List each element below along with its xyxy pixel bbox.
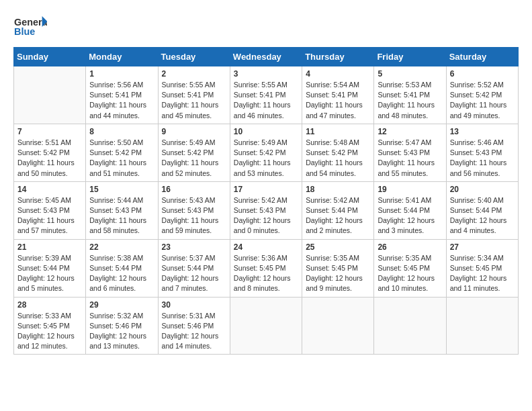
- daylight: Daylight: 11 hours and 50 minutes.: [17, 158, 75, 177]
- daylight: Daylight: 12 hours and 11 minutes.: [450, 274, 507, 292]
- cell-info: Sunrise: 5:52 AM Sunset: 5:42 PM Dayligh…: [450, 80, 515, 121]
- calendar-cell: 22 Sunrise: 5:38 AM Sunset: 5:44 PM Dayl…: [86, 239, 158, 297]
- calendar-cell: 2 Sunrise: 5:55 AM Sunset: 5:41 PM Dayli…: [158, 66, 230, 124]
- cell-info: Sunrise: 5:46 AM Sunset: 5:43 PM Dayligh…: [450, 138, 515, 179]
- calendar-cell: 8 Sunrise: 5:50 AM Sunset: 5:42 PM Dayli…: [86, 124, 158, 181]
- daylight: Daylight: 11 hours and 46 minutes.: [234, 101, 291, 119]
- sunrise: Sunrise: 5:49 AM: [234, 138, 287, 146]
- week-row-1: 7 Sunrise: 5:51 AM Sunset: 5:42 PM Dayli…: [14, 124, 519, 181]
- calendar-cell: 11 Sunrise: 5:48 AM Sunset: 5:42 PM Dayl…: [302, 124, 374, 181]
- day-number: 3: [234, 69, 298, 79]
- sunrise: Sunrise: 5:35 AM: [306, 254, 359, 262]
- daylight: Daylight: 11 hours and 54 minutes.: [306, 158, 363, 177]
- weekday-header-wednesday: Wednesday: [230, 48, 302, 66]
- week-row-0: 1 Sunrise: 5:56 AM Sunset: 5:41 PM Dayli…: [14, 66, 519, 124]
- day-number: 1: [89, 69, 154, 79]
- weekday-header-monday: Monday: [86, 48, 158, 66]
- day-number: 10: [234, 127, 298, 136]
- calendar-cell: 17 Sunrise: 5:42 AM Sunset: 5:43 PM Dayl…: [230, 181, 302, 239]
- sunset: Sunset: 5:43 PM: [162, 206, 214, 214]
- sunrise: Sunrise: 5:51 AM: [17, 138, 71, 146]
- daylight: Daylight: 11 hours and 58 minutes.: [89, 216, 146, 234]
- daylight: Daylight: 12 hours and 13 minutes.: [89, 332, 146, 350]
- cell-info: Sunrise: 5:53 AM Sunset: 5:41 PM Dayligh…: [378, 80, 442, 121]
- sunrise: Sunrise: 5:54 AM: [306, 81, 359, 89]
- sunset: Sunset: 5:42 PM: [89, 148, 142, 156]
- sunset: Sunset: 5:43 PM: [89, 206, 142, 214]
- daylight: Daylight: 12 hours and 2 minutes.: [306, 216, 363, 234]
- cell-info: Sunrise: 5:56 AM Sunset: 5:41 PM Dayligh…: [89, 80, 154, 121]
- sunset: Sunset: 5:45 PM: [378, 264, 430, 272]
- page-header: General Blue: [13, 13, 519, 40]
- daylight: Daylight: 12 hours and 12 minutes.: [17, 332, 75, 350]
- calendar-cell: 3 Sunrise: 5:55 AM Sunset: 5:41 PM Dayli…: [230, 66, 302, 124]
- sunrise: Sunrise: 5:41 AM: [378, 196, 431, 204]
- daylight: Daylight: 11 hours and 44 minutes.: [89, 101, 146, 119]
- cell-info: Sunrise: 5:55 AM Sunset: 5:41 PM Dayligh…: [234, 80, 298, 121]
- weekday-header-tuesday: Tuesday: [158, 48, 230, 66]
- sunset: Sunset: 5:43 PM: [17, 206, 70, 214]
- logo: General Blue: [13, 13, 47, 40]
- cell-info: Sunrise: 5:33 AM Sunset: 5:45 PM Dayligh…: [17, 311, 82, 352]
- sunrise: Sunrise: 5:50 AM: [89, 138, 143, 146]
- cell-info: Sunrise: 5:41 AM Sunset: 5:44 PM Dayligh…: [378, 195, 442, 236]
- sunrise: Sunrise: 5:34 AM: [450, 254, 504, 262]
- day-number: 7: [17, 127, 82, 136]
- daylight: Daylight: 12 hours and 9 minutes.: [306, 274, 363, 292]
- day-number: 19: [378, 185, 442, 194]
- cell-info: Sunrise: 5:48 AM Sunset: 5:42 PM Dayligh…: [306, 138, 370, 179]
- sunset: Sunset: 5:44 PM: [378, 206, 430, 214]
- sunset: Sunset: 5:44 PM: [17, 264, 70, 272]
- sunrise: Sunrise: 5:55 AM: [234, 81, 287, 89]
- daylight: Daylight: 11 hours and 49 minutes.: [450, 101, 507, 119]
- sunset: Sunset: 5:44 PM: [89, 264, 142, 272]
- cell-info: Sunrise: 5:32 AM Sunset: 5:46 PM Dayligh…: [89, 311, 154, 352]
- daylight: Daylight: 11 hours and 52 minutes.: [162, 158, 219, 177]
- daylight: Daylight: 11 hours and 48 minutes.: [378, 101, 435, 119]
- daylight: Daylight: 11 hours and 55 minutes.: [378, 158, 435, 177]
- cell-info: Sunrise: 5:55 AM Sunset: 5:41 PM Dayligh…: [162, 80, 226, 121]
- weekday-header-saturday: Saturday: [446, 48, 518, 66]
- sunset: Sunset: 5:44 PM: [450, 206, 502, 214]
- sunrise: Sunrise: 5:43 AM: [162, 196, 216, 204]
- sunrise: Sunrise: 5:46 AM: [450, 138, 504, 146]
- day-number: 16: [162, 185, 226, 194]
- day-number: 26: [378, 242, 442, 252]
- calendar-cell: 18 Sunrise: 5:42 AM Sunset: 5:44 PM Dayl…: [302, 181, 374, 239]
- cell-info: Sunrise: 5:37 AM Sunset: 5:44 PM Dayligh…: [162, 253, 226, 294]
- calendar-cell: 30 Sunrise: 5:31 AM Sunset: 5:46 PM Dayl…: [158, 297, 230, 355]
- sunset: Sunset: 5:45 PM: [450, 264, 502, 272]
- sunrise: Sunrise: 5:38 AM: [89, 254, 143, 262]
- day-number: 9: [162, 127, 226, 136]
- sunset: Sunset: 5:42 PM: [450, 91, 502, 99]
- day-number: 30: [162, 300, 226, 310]
- cell-info: Sunrise: 5:47 AM Sunset: 5:43 PM Dayligh…: [378, 138, 442, 179]
- sunrise: Sunrise: 5:48 AM: [306, 138, 359, 146]
- sunrise: Sunrise: 5:42 AM: [234, 196, 287, 204]
- week-row-4: 28 Sunrise: 5:33 AM Sunset: 5:45 PM Dayl…: [14, 297, 519, 355]
- sunset: Sunset: 5:44 PM: [162, 264, 214, 272]
- calendar-cell: 15 Sunrise: 5:44 AM Sunset: 5:43 PM Dayl…: [86, 181, 158, 239]
- cell-info: Sunrise: 5:43 AM Sunset: 5:43 PM Dayligh…: [162, 195, 226, 236]
- calendar-cell: 27 Sunrise: 5:34 AM Sunset: 5:45 PM Dayl…: [446, 239, 518, 297]
- sunset: Sunset: 5:41 PM: [306, 91, 358, 99]
- daylight: Daylight: 12 hours and 7 minutes.: [162, 274, 219, 292]
- calendar-cell: 19 Sunrise: 5:41 AM Sunset: 5:44 PM Dayl…: [374, 181, 446, 239]
- calendar-cell: 12 Sunrise: 5:47 AM Sunset: 5:43 PM Dayl…: [374, 124, 446, 181]
- sunset: Sunset: 5:42 PM: [234, 148, 286, 156]
- sunset: Sunset: 5:43 PM: [378, 148, 430, 156]
- cell-info: Sunrise: 5:40 AM Sunset: 5:44 PM Dayligh…: [450, 195, 515, 236]
- calendar-cell: 28 Sunrise: 5:33 AM Sunset: 5:45 PM Dayl…: [14, 297, 86, 355]
- day-number: 22: [89, 242, 154, 252]
- sunrise: Sunrise: 5:35 AM: [378, 254, 431, 262]
- day-number: 4: [306, 69, 370, 79]
- calendar-cell: 6 Sunrise: 5:52 AM Sunset: 5:42 PM Dayli…: [446, 66, 518, 124]
- daylight: Daylight: 11 hours and 57 minutes.: [17, 216, 75, 234]
- daylight: Daylight: 11 hours and 47 minutes.: [306, 101, 363, 119]
- daylight: Daylight: 11 hours and 51 minutes.: [89, 158, 146, 177]
- sunrise: Sunrise: 5:40 AM: [450, 196, 504, 204]
- day-number: 23: [162, 242, 226, 252]
- calendar-cell: 20 Sunrise: 5:40 AM Sunset: 5:44 PM Dayl…: [446, 181, 518, 239]
- sunset: Sunset: 5:41 PM: [234, 91, 286, 99]
- calendar-table: SundayMondayTuesdayWednesdayThursdayFrid…: [13, 47, 519, 355]
